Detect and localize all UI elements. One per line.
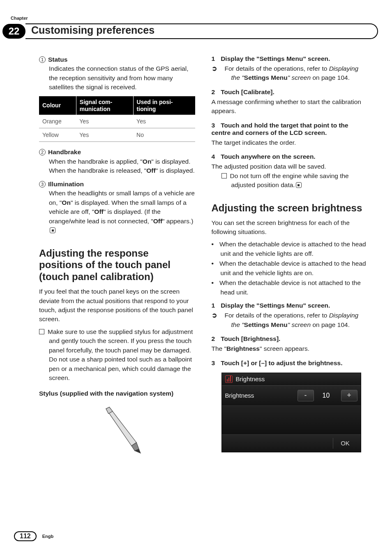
list-item: When the detachable device is attached t… (212, 259, 368, 278)
end-mark-icon (50, 227, 55, 233)
th-positioning: Used in posi- tioning (133, 96, 195, 115)
illumination-description: When the headlights or small lamps of a … (49, 189, 195, 235)
step-title: Touch [Calibrate]. (221, 88, 274, 95)
handbrake-description: When the handbrake is applied, "On" is d… (49, 157, 195, 176)
end-mark-icon (296, 182, 302, 188)
touch-calibration-heading: Adjusting the response positions of the … (39, 248, 195, 283)
brightness-intro: You can set the screen brightness for ea… (212, 218, 368, 237)
calibration-note: Make sure to use the supplied stylus for… (39, 327, 195, 383)
illumination-index: 3 (39, 181, 46, 188)
list-item: When the detachable device is not attach… (212, 278, 368, 297)
step-number: 4 (212, 153, 215, 160)
step-title: Display the "Settings Menu" screen. (221, 55, 330, 62)
cell: Yes (133, 115, 195, 128)
brightness-heading: Adjusting the screen brightness (212, 202, 368, 214)
status-table: Colour Signal com- munication Used in po… (39, 96, 195, 142)
th-colour: Colour (39, 96, 76, 115)
step-body: The adjusted position data will be saved… (212, 162, 368, 171)
right-column: 1Display the "Settings Menu" screen. ➲Fo… (212, 55, 368, 464)
brightness-icon (225, 375, 233, 383)
status-label: Status (48, 56, 67, 63)
page-number: 112 (14, 531, 37, 541)
handbrake-index: 2 (39, 149, 46, 155)
panel-title: Brightness (236, 375, 265, 382)
page-title: Customising preferences (31, 24, 154, 36)
status-index: 1 (39, 56, 46, 63)
step-number: 2 (212, 88, 215, 95)
panel-row-label: Brightness (225, 392, 295, 399)
step-number: 1 (212, 302, 215, 309)
brightness-panel: Brightness Brightness - 10 + OK (221, 373, 361, 452)
step-note: Do not turn off the engine while saving … (221, 171, 368, 190)
step-title: Touch [+] or [–] to adjust the brightnes… (221, 359, 342, 366)
language-label: Engb (42, 534, 54, 539)
stylus-illustration (39, 401, 195, 464)
panel-header: Brightness (222, 373, 361, 386)
illumination-label: Illumination (48, 181, 84, 188)
step-number: 3 (212, 122, 215, 129)
note-icon (221, 173, 227, 178)
step-reference: ➲For details of the operations, refer to… (221, 311, 368, 329)
step-title: Touch [Brightness]. (221, 335, 280, 342)
step-number: 2 (212, 335, 215, 342)
step-title: Touch and hold the target that point to … (212, 122, 348, 136)
step-body: A message confirming whether to start th… (212, 97, 368, 116)
step-body: The target indicates the order. (212, 138, 368, 147)
cell: Yes (76, 128, 133, 142)
plus-button[interactable]: + (341, 390, 357, 401)
chapter-header: 22 Customising preferences (0, 23, 392, 40)
brightness-situations-list: When the detachable device is attached t… (212, 240, 368, 297)
cell: Yellow (39, 128, 76, 142)
chapter-number-pill: 22 (2, 24, 25, 39)
step-number: 3 (212, 359, 215, 366)
cell: Orange (39, 115, 76, 128)
step-body: The "Brightness" screen appears. (212, 344, 368, 353)
status-description: Indicates the connection status of the G… (49, 64, 195, 92)
table-row: Orange Yes Yes (39, 115, 195, 128)
handbrake-label: Handbrake (48, 148, 81, 155)
cell: Yes (76, 115, 133, 128)
list-item: When the detachable device is attached t… (212, 240, 368, 258)
stylus-heading: Stylus (supplied with the navigation sys… (39, 389, 195, 398)
cell: No (133, 128, 195, 142)
svg-marker-0 (106, 407, 136, 446)
panel-spacer (222, 406, 361, 435)
th-signal: Signal com- munication (76, 96, 133, 115)
step-title: Touch anywhere on the screen. (221, 153, 316, 160)
chapter-label: Chapter (11, 16, 28, 21)
note-icon (39, 329, 44, 334)
ok-button[interactable]: OK (333, 438, 357, 449)
step-title: Display the "Settings Menu" screen. (221, 302, 330, 309)
left-column: 1Status Indicates the connection status … (39, 55, 195, 464)
step-reference: ➲For details of the operations, refer to… (221, 64, 368, 83)
brightness-value: 10 (314, 392, 339, 399)
page-footer: 112 Engb (14, 531, 53, 541)
minus-button[interactable]: - (297, 390, 314, 401)
step-number: 1 (212, 55, 215, 62)
table-row: Yellow Yes No (39, 128, 195, 142)
calibration-intro: If you feel that the touch panel keys on… (39, 287, 195, 324)
